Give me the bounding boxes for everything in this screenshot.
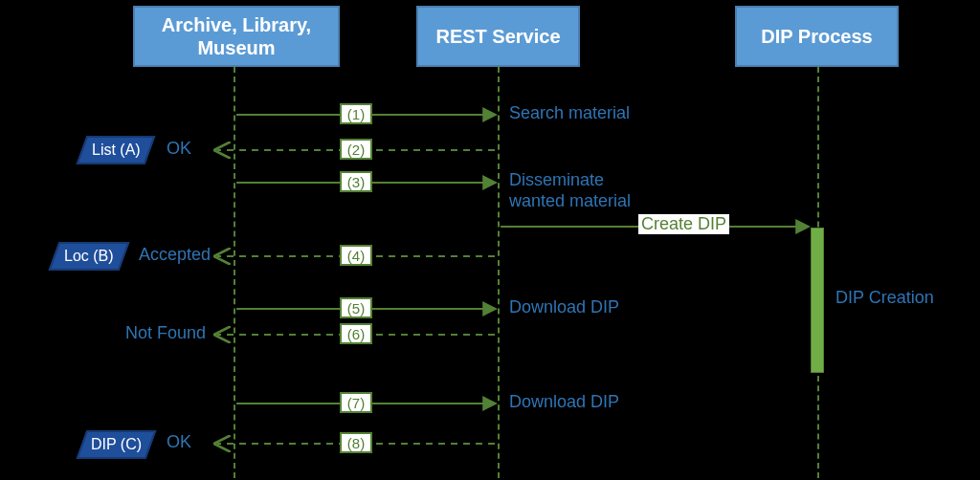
dip-creation-label: DIP Creation	[835, 288, 934, 308]
io-loc-b-label: Loc (B)	[64, 248, 114, 265]
step-8-badge: (8)	[340, 432, 372, 453]
io-dip-c: DIP (C)	[77, 430, 157, 459]
msg-1-label: Search material	[509, 103, 630, 123]
message-arrows	[0, 0, 980, 480]
actor-alm-label: Archive, Library, Museum	[135, 13, 338, 59]
step-3-badge: (3)	[340, 171, 372, 192]
msg-6-status: Not Found	[125, 323, 206, 343]
step-7-badge: (7)	[340, 392, 372, 413]
activation-dip-creation	[811, 228, 824, 373]
msg-5-label: Download DIP	[509, 297, 619, 317]
actor-dip-label: DIP Process	[761, 25, 872, 48]
step-1-badge: (1)	[340, 103, 372, 124]
actor-alm: Archive, Library, Museum	[133, 6, 340, 67]
msg-8-status: OK	[167, 432, 191, 452]
lifeline-rest	[498, 67, 500, 478]
actor-rest: REST Service	[416, 6, 580, 67]
lifeline-alm	[234, 67, 235, 478]
actor-dip: DIP Process	[735, 6, 899, 67]
msg-3-label-line1: Disseminate	[509, 170, 604, 190]
actor-rest-label: REST Service	[435, 25, 560, 48]
step-5-badge: (5)	[340, 297, 372, 318]
msg-7-label: Download DIP	[509, 392, 619, 412]
step-4-badge: (4)	[340, 245, 372, 266]
msg-create-dip-label: Create DIP	[638, 214, 729, 234]
msg-4-status: Accepted	[139, 245, 211, 265]
step-6-badge: (6)	[340, 323, 372, 344]
msg-3-label-line2: wanted material	[509, 191, 631, 211]
msg-2-status: OK	[167, 139, 191, 159]
io-list-a: List (A)	[77, 136, 156, 164]
io-list-a-label: List (A)	[92, 142, 141, 159]
io-loc-b: Loc (B)	[49, 242, 130, 271]
step-2-badge: (2)	[340, 139, 372, 160]
sequence-diagram: Archive, Library, Museum REST Service DI…	[0, 0, 980, 480]
io-dip-c-label: DIP (C)	[91, 436, 142, 453]
